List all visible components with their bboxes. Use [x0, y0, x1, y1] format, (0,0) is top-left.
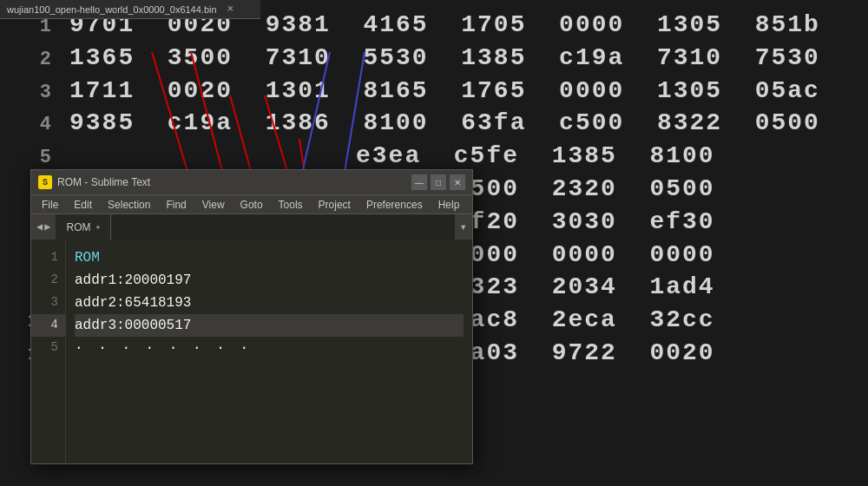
menu-help[interactable]: Help — [431, 197, 467, 213]
gutter-num-5: 5 — [31, 337, 65, 359]
window-title: ROM - Sublime Text — [57, 176, 150, 188]
gutter-num-4: 4 — [31, 314, 65, 337]
browser-tab-close[interactable]: × — [227, 3, 234, 16]
tab-dropdown[interactable]: ▾ — [455, 214, 472, 240]
editor-code[interactable]: ROM addr1:20000197 addr2:65418193 addr3:… — [66, 240, 472, 463]
menu-edit[interactable]: Edit — [67, 197, 99, 213]
menu-goto[interactable]: Goto — [233, 197, 270, 213]
code-line-1[interactable]: ROM — [75, 246, 464, 269]
gutter-num-2: 2 — [31, 269, 65, 292]
tabbar[interactable]: ◀ ▶ ROM ● ▾ — [31, 213, 472, 240]
titlebar: S ROM - Sublime Text — □ ✕ — [31, 170, 472, 194]
code-line-3[interactable]: addr2:65418193 — [75, 292, 464, 314]
code-line-4[interactable]: addr3:00000517 — [75, 314, 464, 337]
menu-view[interactable]: View — [195, 197, 232, 213]
bg-line-4: 4 9385 c19a 1386 8100 63fa c500 8322 050… — [17, 107, 868, 140]
gutter-num-3: 3 — [31, 292, 65, 314]
titlebar-left: S ROM - Sublime Text — [38, 175, 150, 189]
browser-tab[interactable]: wujian100_open-hello_world_0x0000_0x6144… — [0, 0, 260, 19]
window-controls[interactable]: — □ ✕ — [411, 174, 465, 190]
menu-tools[interactable]: Tools — [272, 197, 310, 213]
close-button[interactable]: ✕ — [450, 174, 465, 190]
tab-modified-dot: ● — [95, 223, 100, 231]
menu-preferences[interactable]: Preferences — [359, 197, 430, 213]
bg-line-5: 5 e3ea c5fe 1385 8100 — [17, 140, 868, 173]
menu-find[interactable]: Find — [159, 197, 193, 213]
menubar[interactable]: File Edit Selection Find View Goto Tools… — [31, 194, 472, 213]
minimize-button[interactable]: — — [411, 174, 427, 190]
sublime-text-window: S ROM - Sublime Text — □ ✕ File Edit Sel… — [30, 169, 473, 464]
code-line-5[interactable]: · · · · · · · · — [75, 337, 464, 359]
editor-gutter: 1 2 3 4 5 — [31, 240, 66, 463]
bg-line-3: 3 1711 0020 1301 8165 1765 0000 1305 05a… — [17, 75, 868, 108]
bg-line-2: 2 1365 3500 7310 5530 1385 c19a 7310 753… — [17, 42, 868, 75]
tab-rom-label: ROM — [66, 221, 90, 233]
sublime-icon: S — [38, 175, 52, 189]
code-line-2[interactable]: addr1:20000197 — [75, 269, 464, 292]
menu-file[interactable]: File — [35, 197, 65, 213]
editor-content[interactable]: 1 2 3 4 5 ROM addr1:20000197 addr2:65418… — [31, 240, 472, 463]
tab-rom[interactable]: ROM ● — [56, 214, 111, 240]
browser-tab-title: wujian100_open-hello_world_0x0000_0x6144… — [0, 4, 224, 15]
menu-project[interactable]: Project — [312, 197, 358, 213]
tab-scroll-arrows[interactable]: ◀ ▶ — [31, 214, 56, 240]
menu-selection[interactable]: Selection — [101, 197, 157, 213]
gutter-num-1: 1 — [31, 246, 65, 269]
maximize-button[interactable]: □ — [431, 174, 446, 190]
